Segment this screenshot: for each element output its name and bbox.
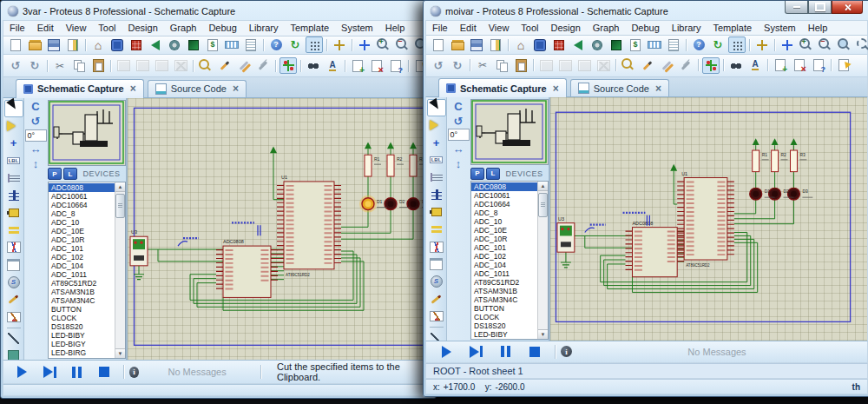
rotation-angle-field[interactable]: 0° [25,129,47,142]
device-list-item[interactable]: ADC_1011 [49,270,115,279]
device-list[interactable]: ADC0808ADC10061ADC10664ADC_8ADC_10ADC_10… [470,181,549,340]
mirror-y-button[interactable]: ↕ [450,156,467,170]
menu-item[interactable]: System [335,22,379,34]
cut-icon[interactable]: ✂ [51,57,69,74]
device-list-item[interactable]: ADC_10E [49,227,115,235]
wire-autorouter-icon[interactable] [702,57,720,74]
device-list-item[interactable]: ATSAM3N4C [49,296,115,305]
wire-label-icon[interactable]: LBL [4,152,23,169]
component-u3-lm35[interactable]: U3 [557,216,575,252]
component-u3-lm35[interactable]: U3 [130,229,148,266]
search-tag-icon[interactable] [305,57,322,74]
menu-item[interactable]: View [60,22,93,34]
gerber-viewer-icon[interactable] [589,36,606,53]
menu-item[interactable]: Edit [454,22,483,34]
design-notes-icon[interactable] [242,36,260,53]
menu-item[interactable]: Help [802,22,834,34]
device-list-item[interactable]: ADC10664 [49,201,115,209]
origin-icon[interactable] [331,36,348,53]
title-bar-3var[interactable]: 3var - Proteus 8 Professional - Schemati… [3,3,434,20]
title-bar-moivar[interactable]: moivar - Proteus 8 Professional - Schema… [425,3,868,20]
device-list-item[interactable]: DS18S20 [471,321,537,330]
menu-item[interactable]: Graph [587,22,626,34]
mirror-y-button[interactable]: ↕ [27,157,44,171]
menu-item[interactable]: Debug [625,22,665,34]
menu-item[interactable]: Tool [92,22,122,34]
block-move-icon[interactable] [556,57,574,74]
play-button[interactable] [13,365,31,379]
overview-pane[interactable] [48,100,126,166]
help-icon[interactable]: ? [690,36,707,53]
save-project-icon[interactable] [468,36,485,53]
menu-item[interactable]: Design [122,22,164,34]
cut-icon[interactable]: ✂ [474,57,491,74]
device-list-item[interactable]: ADC_10 [471,217,537,226]
rotate-cw-button[interactable]: C [27,100,44,114]
pcb-layout-icon[interactable] [128,36,145,53]
tape-recorder-icon[interactable] [4,256,23,274]
scroll-up-icon[interactable]: ▲ [115,182,125,192]
grid-toggle-icon[interactable] [306,36,323,53]
device-list-scrollbar[interactable]: ▲ ▼ [537,182,548,339]
component-adc0808[interactable]: ADC0808 [220,239,274,297]
schematic-canvas[interactable]: U3 ADC0808 U1 AT89C51RD2 [549,97,867,341]
simulation-icon[interactable] [608,36,625,53]
device-list-item[interactable]: ADC_101 [471,243,537,252]
menu-item[interactable]: File [3,22,31,34]
copy-icon[interactable] [70,57,88,74]
tab-schematic-capture[interactable]: Schematic Capture × [16,79,144,98]
device-list-item[interactable]: ATSAM3N1B [471,287,537,295]
menu-item[interactable]: Graph [164,22,203,34]
rotation-angle-field[interactable]: 0° [448,129,470,141]
pick-parts-icon[interactable] [197,57,214,74]
block-rotate-icon[interactable] [153,57,170,74]
info-icon[interactable]: i [129,367,140,378]
device-list-item[interactable]: ATSAM3N1B [49,288,115,296]
zoom-in-icon[interactable] [798,36,815,53]
pan-icon[interactable] [356,36,373,53]
device-list-item[interactable]: ADC_102 [471,252,537,261]
device-list-scrollbar[interactable]: ▲ ▼ [115,182,125,359]
library-manager-button[interactable]: L [486,168,500,180]
device-list-item[interactable]: ADC_102 [49,253,115,262]
component-adc0808[interactable]: ADC0808 [629,221,681,277]
undo-icon[interactable]: ↺ [430,57,447,74]
menu-item[interactable]: Design [545,22,587,34]
scroll-thumb[interactable] [538,193,548,217]
decompose-icon[interactable] [254,57,272,74]
power-terminal[interactable] [270,146,277,153]
device-list-item[interactable]: ADC0808 [471,182,537,191]
device-list-item[interactable]: ADC0808 [49,183,115,192]
block-rotate-icon[interactable] [575,57,593,74]
redo-icon[interactable]: ↻ [26,57,43,74]
device-list-item[interactable]: ADC_10R [49,235,115,244]
rotate-cw-button[interactable]: C [450,99,467,113]
junction-dot-icon[interactable]: + [4,135,23,152]
schematic-canvas[interactable]: U3 ADC0808 U1 [127,98,433,361]
menu-item[interactable]: Template [284,22,335,34]
wire-autorouter-icon[interactable] [279,57,297,74]
stop-button[interactable] [524,345,545,359]
block-copy-icon[interactable] [115,57,132,74]
stop-button[interactable] [95,365,113,379]
2d-box-icon[interactable] [4,348,23,361]
tab-source-code[interactable]: Source Code × [148,80,247,97]
block-delete-icon[interactable] [172,57,189,74]
maximize-button[interactable] [808,1,832,14]
redraw-icon[interactable]: ↻ [286,36,304,53]
voltage-probe-icon[interactable] [4,291,23,308]
scroll-down-icon[interactable]: ▼ [538,329,548,339]
device-list-item[interactable]: AT89C51RD2 [471,278,537,287]
device-list-item[interactable]: AT89C51RD2 [49,279,115,288]
open-project-icon[interactable] [26,36,43,53]
scroll-up-icon[interactable]: ▲ [538,182,548,191]
scroll-down-icon[interactable]: ▼ [115,348,125,358]
tab-close-icon[interactable]: × [553,83,559,94]
menu-item[interactable]: System [758,22,802,34]
grid-toggle-icon[interactable] [728,36,746,53]
device-list-item[interactable]: ADC_10E [471,226,537,235]
scroll-thumb[interactable] [115,194,125,218]
import-project-icon[interactable] [487,36,504,53]
zoom-out-icon[interactable] [394,36,411,53]
generator-mode-icon[interactable]: S [4,274,23,291]
